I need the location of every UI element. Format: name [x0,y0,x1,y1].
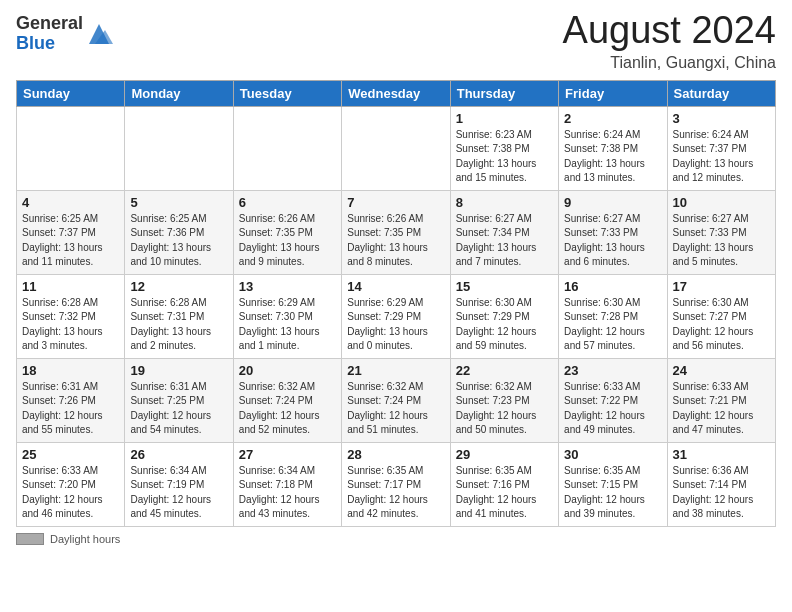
calendar-cell: 3Sunrise: 6:24 AM Sunset: 7:37 PM Daylig… [667,106,775,190]
calendar-cell: 16Sunrise: 6:30 AM Sunset: 7:28 PM Dayli… [559,274,667,358]
logo-text: General Blue [16,14,83,54]
day-number: 4 [22,195,119,210]
day-info: Sunrise: 6:27 AM Sunset: 7:34 PM Dayligh… [456,212,553,270]
day-number: 6 [239,195,336,210]
day-info: Sunrise: 6:26 AM Sunset: 7:35 PM Dayligh… [347,212,444,270]
day-number: 22 [456,363,553,378]
day-info: Sunrise: 6:25 AM Sunset: 7:36 PM Dayligh… [130,212,227,270]
day-info: Sunrise: 6:30 AM Sunset: 7:27 PM Dayligh… [673,296,770,354]
calendar-header: SundayMondayTuesdayWednesdayThursdayFrid… [17,80,776,106]
calendar-week-4: 25Sunrise: 6:33 AM Sunset: 7:20 PM Dayli… [17,442,776,526]
day-number: 17 [673,279,770,294]
day-number: 20 [239,363,336,378]
calendar-cell: 25Sunrise: 6:33 AM Sunset: 7:20 PM Dayli… [17,442,125,526]
day-info: Sunrise: 6:30 AM Sunset: 7:29 PM Dayligh… [456,296,553,354]
calendar-cell: 28Sunrise: 6:35 AM Sunset: 7:17 PM Dayli… [342,442,450,526]
calendar-cell: 12Sunrise: 6:28 AM Sunset: 7:31 PM Dayli… [125,274,233,358]
day-number: 12 [130,279,227,294]
calendar-cell: 21Sunrise: 6:32 AM Sunset: 7:24 PM Dayli… [342,358,450,442]
calendar-cell: 1Sunrise: 6:23 AM Sunset: 7:38 PM Daylig… [450,106,558,190]
day-info: Sunrise: 6:35 AM Sunset: 7:15 PM Dayligh… [564,464,661,522]
day-info: Sunrise: 6:27 AM Sunset: 7:33 PM Dayligh… [673,212,770,270]
day-info: Sunrise: 6:29 AM Sunset: 7:29 PM Dayligh… [347,296,444,354]
day-info: Sunrise: 6:34 AM Sunset: 7:18 PM Dayligh… [239,464,336,522]
calendar-cell: 14Sunrise: 6:29 AM Sunset: 7:29 PM Dayli… [342,274,450,358]
day-number: 31 [673,447,770,462]
day-info: Sunrise: 6:33 AM Sunset: 7:21 PM Dayligh… [673,380,770,438]
day-number: 9 [564,195,661,210]
calendar-week-0: 1Sunrise: 6:23 AM Sunset: 7:38 PM Daylig… [17,106,776,190]
day-number: 2 [564,111,661,126]
day-number: 5 [130,195,227,210]
day-number: 25 [22,447,119,462]
footer-label: Daylight hours [50,533,120,545]
col-header-sunday: Sunday [17,80,125,106]
day-info: Sunrise: 6:32 AM Sunset: 7:24 PM Dayligh… [347,380,444,438]
calendar-week-3: 18Sunrise: 6:31 AM Sunset: 7:26 PM Dayli… [17,358,776,442]
title-block: August 2024 Tianlin, Guangxi, China [563,10,776,72]
calendar-cell: 19Sunrise: 6:31 AM Sunset: 7:25 PM Dayli… [125,358,233,442]
col-header-monday: Monday [125,80,233,106]
calendar-cell: 15Sunrise: 6:30 AM Sunset: 7:29 PM Dayli… [450,274,558,358]
calendar-week-1: 4Sunrise: 6:25 AM Sunset: 7:37 PM Daylig… [17,190,776,274]
calendar-cell: 31Sunrise: 6:36 AM Sunset: 7:14 PM Dayli… [667,442,775,526]
day-number: 8 [456,195,553,210]
calendar-cell [17,106,125,190]
calendar-cell [342,106,450,190]
logo-general: General [16,13,83,33]
calendar-cell: 26Sunrise: 6:34 AM Sunset: 7:19 PM Dayli… [125,442,233,526]
calendar-cell: 27Sunrise: 6:34 AM Sunset: 7:18 PM Dayli… [233,442,341,526]
calendar-cell: 18Sunrise: 6:31 AM Sunset: 7:26 PM Dayli… [17,358,125,442]
calendar-cell: 6Sunrise: 6:26 AM Sunset: 7:35 PM Daylig… [233,190,341,274]
day-info: Sunrise: 6:23 AM Sunset: 7:38 PM Dayligh… [456,128,553,186]
day-number: 30 [564,447,661,462]
calendar-cell: 20Sunrise: 6:32 AM Sunset: 7:24 PM Dayli… [233,358,341,442]
calendar-cell: 29Sunrise: 6:35 AM Sunset: 7:16 PM Dayli… [450,442,558,526]
day-info: Sunrise: 6:35 AM Sunset: 7:16 PM Dayligh… [456,464,553,522]
calendar-cell: 11Sunrise: 6:28 AM Sunset: 7:32 PM Dayli… [17,274,125,358]
day-info: Sunrise: 6:36 AM Sunset: 7:14 PM Dayligh… [673,464,770,522]
page: General Blue August 2024 Tianlin, Guangx… [0,0,792,612]
calendar-cell: 9Sunrise: 6:27 AM Sunset: 7:33 PM Daylig… [559,190,667,274]
calendar-cell [233,106,341,190]
calendar: SundayMondayTuesdayWednesdayThursdayFrid… [16,80,776,527]
logo: General Blue [16,14,113,54]
header-row: SundayMondayTuesdayWednesdayThursdayFrid… [17,80,776,106]
day-info: Sunrise: 6:27 AM Sunset: 7:33 PM Dayligh… [564,212,661,270]
day-info: Sunrise: 6:33 AM Sunset: 7:20 PM Dayligh… [22,464,119,522]
day-info: Sunrise: 6:35 AM Sunset: 7:17 PM Dayligh… [347,464,444,522]
day-number: 10 [673,195,770,210]
calendar-cell: 7Sunrise: 6:26 AM Sunset: 7:35 PM Daylig… [342,190,450,274]
day-info: Sunrise: 6:28 AM Sunset: 7:32 PM Dayligh… [22,296,119,354]
calendar-cell: 10Sunrise: 6:27 AM Sunset: 7:33 PM Dayli… [667,190,775,274]
day-number: 29 [456,447,553,462]
day-info: Sunrise: 6:29 AM Sunset: 7:30 PM Dayligh… [239,296,336,354]
logo-blue: Blue [16,33,55,53]
day-info: Sunrise: 6:33 AM Sunset: 7:22 PM Dayligh… [564,380,661,438]
day-info: Sunrise: 6:32 AM Sunset: 7:23 PM Dayligh… [456,380,553,438]
day-info: Sunrise: 6:24 AM Sunset: 7:37 PM Dayligh… [673,128,770,186]
day-info: Sunrise: 6:24 AM Sunset: 7:38 PM Dayligh… [564,128,661,186]
day-info: Sunrise: 6:25 AM Sunset: 7:37 PM Dayligh… [22,212,119,270]
calendar-cell: 23Sunrise: 6:33 AM Sunset: 7:22 PM Dayli… [559,358,667,442]
day-number: 26 [130,447,227,462]
day-number: 15 [456,279,553,294]
day-number: 27 [239,447,336,462]
calendar-cell: 30Sunrise: 6:35 AM Sunset: 7:15 PM Dayli… [559,442,667,526]
day-number: 24 [673,363,770,378]
day-info: Sunrise: 6:32 AM Sunset: 7:24 PM Dayligh… [239,380,336,438]
day-info: Sunrise: 6:31 AM Sunset: 7:25 PM Dayligh… [130,380,227,438]
day-info: Sunrise: 6:34 AM Sunset: 7:19 PM Dayligh… [130,464,227,522]
calendar-cell: 4Sunrise: 6:25 AM Sunset: 7:37 PM Daylig… [17,190,125,274]
day-info: Sunrise: 6:30 AM Sunset: 7:28 PM Dayligh… [564,296,661,354]
daylight-swatch [16,533,44,545]
day-number: 1 [456,111,553,126]
calendar-body: 1Sunrise: 6:23 AM Sunset: 7:38 PM Daylig… [17,106,776,526]
calendar-cell: 17Sunrise: 6:30 AM Sunset: 7:27 PM Dayli… [667,274,775,358]
day-number: 19 [130,363,227,378]
day-number: 18 [22,363,119,378]
calendar-week-2: 11Sunrise: 6:28 AM Sunset: 7:32 PM Dayli… [17,274,776,358]
day-number: 21 [347,363,444,378]
day-number: 3 [673,111,770,126]
day-info: Sunrise: 6:31 AM Sunset: 7:26 PM Dayligh… [22,380,119,438]
